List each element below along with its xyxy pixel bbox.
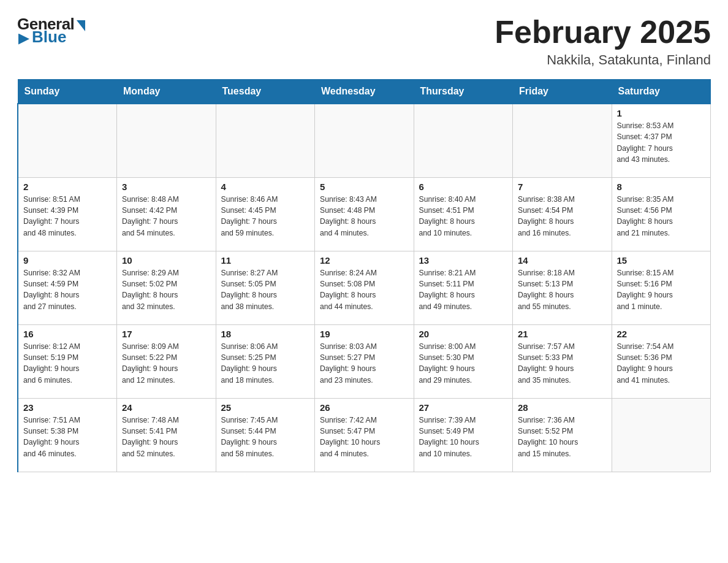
day-info: Sunrise: 8:24 AM Sunset: 5:08 PM Dayligh…	[320, 267, 409, 312]
day-info: Sunrise: 8:51 AM Sunset: 4:39 PM Dayligh…	[23, 194, 112, 239]
day-number: 27	[419, 402, 508, 413]
weekday-header-saturday: Saturday	[612, 80, 711, 104]
day-info: Sunrise: 8:06 AM Sunset: 5:25 PM Dayligh…	[221, 341, 310, 386]
day-cell	[315, 104, 414, 177]
weekday-header-monday: Monday	[117, 80, 216, 104]
day-info: Sunrise: 8:40 AM Sunset: 4:51 PM Dayligh…	[419, 194, 508, 239]
day-number: 22	[617, 329, 706, 339]
day-cell: 22Sunrise: 7:54 AM Sunset: 5:36 PM Dayli…	[612, 324, 711, 398]
day-number: 11	[221, 255, 310, 266]
day-cell: 20Sunrise: 8:00 AM Sunset: 5:30 PM Dayli…	[414, 324, 513, 398]
day-cell: 23Sunrise: 7:51 AM Sunset: 5:38 PM Dayli…	[18, 398, 117, 472]
day-cell: 2Sunrise: 8:51 AM Sunset: 4:39 PM Daylig…	[18, 177, 117, 251]
day-info: Sunrise: 7:39 AM Sunset: 5:49 PM Dayligh…	[419, 415, 508, 459]
day-number: 13	[419, 255, 508, 266]
day-number: 19	[320, 329, 409, 339]
day-number: 20	[419, 329, 508, 339]
day-number: 5	[320, 182, 409, 192]
logo-triangle-icon	[18, 34, 29, 45]
logo-arrow-icon	[77, 20, 85, 31]
day-number: 15	[617, 255, 706, 266]
day-cell: 12Sunrise: 8:24 AM Sunset: 5:08 PM Dayli…	[315, 251, 414, 324]
day-info: Sunrise: 8:35 AM Sunset: 4:56 PM Dayligh…	[617, 194, 706, 239]
day-info: Sunrise: 8:32 AM Sunset: 4:59 PM Dayligh…	[23, 267, 112, 312]
day-number: 17	[122, 329, 211, 339]
calendar-table: SundayMondayTuesdayWednesdayThursdayFrid…	[17, 79, 711, 472]
day-number: 1	[617, 108, 706, 118]
day-number: 12	[320, 255, 409, 266]
day-cell: 28Sunrise: 7:36 AM Sunset: 5:52 PM Dayli…	[513, 398, 612, 472]
day-cell: 27Sunrise: 7:39 AM Sunset: 5:49 PM Dayli…	[414, 398, 513, 472]
day-cell	[117, 104, 216, 177]
day-cell: 6Sunrise: 8:40 AM Sunset: 4:51 PM Daylig…	[414, 177, 513, 251]
day-cell: 18Sunrise: 8:06 AM Sunset: 5:25 PM Dayli…	[216, 324, 315, 398]
day-info: Sunrise: 8:21 AM Sunset: 5:11 PM Dayligh…	[419, 267, 508, 312]
month-title: February 2025	[495, 15, 711, 50]
day-number: 24	[122, 402, 211, 413]
day-info: Sunrise: 8:53 AM Sunset: 4:37 PM Dayligh…	[617, 120, 706, 165]
day-cell: 11Sunrise: 8:27 AM Sunset: 5:05 PM Dayli…	[216, 251, 315, 324]
day-info: Sunrise: 8:38 AM Sunset: 4:54 PM Dayligh…	[518, 194, 607, 239]
day-cell: 14Sunrise: 8:18 AM Sunset: 5:13 PM Dayli…	[513, 251, 612, 324]
day-cell: 24Sunrise: 7:48 AM Sunset: 5:41 PM Dayli…	[117, 398, 216, 472]
weekday-header-wednesday: Wednesday	[315, 80, 414, 104]
week-row-2: 2Sunrise: 8:51 AM Sunset: 4:39 PM Daylig…	[18, 177, 711, 251]
day-info: Sunrise: 7:42 AM Sunset: 5:47 PM Dayligh…	[320, 415, 409, 459]
day-info: Sunrise: 8:00 AM Sunset: 5:30 PM Dayligh…	[419, 341, 508, 386]
day-number: 7	[518, 182, 607, 192]
day-cell: 16Sunrise: 8:12 AM Sunset: 5:19 PM Dayli…	[18, 324, 117, 398]
day-cell	[513, 104, 612, 177]
day-cell: 17Sunrise: 8:09 AM Sunset: 5:22 PM Dayli…	[117, 324, 216, 398]
day-cell: 3Sunrise: 8:48 AM Sunset: 4:42 PM Daylig…	[117, 177, 216, 251]
day-number: 9	[23, 255, 112, 266]
day-number: 14	[518, 255, 607, 266]
weekday-header-friday: Friday	[513, 80, 612, 104]
day-info: Sunrise: 8:43 AM Sunset: 4:48 PM Dayligh…	[320, 194, 409, 239]
day-number: 25	[221, 402, 310, 413]
day-cell	[414, 104, 513, 177]
day-cell: 15Sunrise: 8:15 AM Sunset: 5:16 PM Dayli…	[612, 251, 711, 324]
week-row-5: 23Sunrise: 7:51 AM Sunset: 5:38 PM Dayli…	[18, 398, 711, 472]
week-row-3: 9Sunrise: 8:32 AM Sunset: 4:59 PM Daylig…	[18, 251, 711, 324]
location-title: Nakkila, Satakunta, Finland	[495, 52, 711, 68]
day-cell: 7Sunrise: 8:38 AM Sunset: 4:54 PM Daylig…	[513, 177, 612, 251]
day-info: Sunrise: 7:54 AM Sunset: 5:36 PM Dayligh…	[617, 341, 706, 386]
day-number: 18	[221, 329, 310, 339]
weekday-header-row: SundayMondayTuesdayWednesdayThursdayFrid…	[18, 80, 711, 104]
day-cell: 5Sunrise: 8:43 AM Sunset: 4:48 PM Daylig…	[315, 177, 414, 251]
day-info: Sunrise: 8:29 AM Sunset: 5:02 PM Dayligh…	[122, 267, 211, 312]
title-area: February 2025 Nakkila, Satakunta, Finlan…	[495, 15, 711, 68]
week-row-1: 1Sunrise: 8:53 AM Sunset: 4:37 PM Daylig…	[18, 104, 711, 177]
day-info: Sunrise: 7:48 AM Sunset: 5:41 PM Dayligh…	[122, 415, 211, 459]
day-info: Sunrise: 8:18 AM Sunset: 5:13 PM Dayligh…	[518, 267, 607, 312]
day-number: 2	[23, 182, 112, 192]
day-number: 23	[23, 402, 112, 413]
day-info: Sunrise: 7:51 AM Sunset: 5:38 PM Dayligh…	[23, 415, 112, 459]
day-info: Sunrise: 7:45 AM Sunset: 5:44 PM Dayligh…	[221, 415, 310, 459]
day-number: 28	[518, 402, 607, 413]
day-cell: 26Sunrise: 7:42 AM Sunset: 5:47 PM Dayli…	[315, 398, 414, 472]
day-number: 21	[518, 329, 607, 339]
day-cell: 19Sunrise: 8:03 AM Sunset: 5:27 PM Dayli…	[315, 324, 414, 398]
day-number: 10	[122, 255, 211, 266]
day-cell	[18, 104, 117, 177]
logo: General Blue	[17, 15, 85, 47]
day-info: Sunrise: 8:15 AM Sunset: 5:16 PM Dayligh…	[617, 267, 706, 312]
day-cell	[216, 104, 315, 177]
day-number: 8	[617, 182, 706, 192]
day-cell: 25Sunrise: 7:45 AM Sunset: 5:44 PM Dayli…	[216, 398, 315, 472]
day-cell: 21Sunrise: 7:57 AM Sunset: 5:33 PM Dayli…	[513, 324, 612, 398]
day-cell: 1Sunrise: 8:53 AM Sunset: 4:37 PM Daylig…	[612, 104, 711, 177]
day-cell	[612, 398, 711, 472]
weekday-header-sunday: Sunday	[18, 80, 117, 104]
day-info: Sunrise: 8:46 AM Sunset: 4:45 PM Dayligh…	[221, 194, 310, 239]
day-info: Sunrise: 8:09 AM Sunset: 5:22 PM Dayligh…	[122, 341, 211, 386]
day-cell: 4Sunrise: 8:46 AM Sunset: 4:45 PM Daylig…	[216, 177, 315, 251]
weekday-header-thursday: Thursday	[414, 80, 513, 104]
day-cell: 9Sunrise: 8:32 AM Sunset: 4:59 PM Daylig…	[18, 251, 117, 324]
day-cell: 13Sunrise: 8:21 AM Sunset: 5:11 PM Dayli…	[414, 251, 513, 324]
day-info: Sunrise: 7:57 AM Sunset: 5:33 PM Dayligh…	[518, 341, 607, 386]
day-number: 4	[221, 182, 310, 192]
day-number: 16	[23, 329, 112, 339]
day-number: 26	[320, 402, 409, 413]
